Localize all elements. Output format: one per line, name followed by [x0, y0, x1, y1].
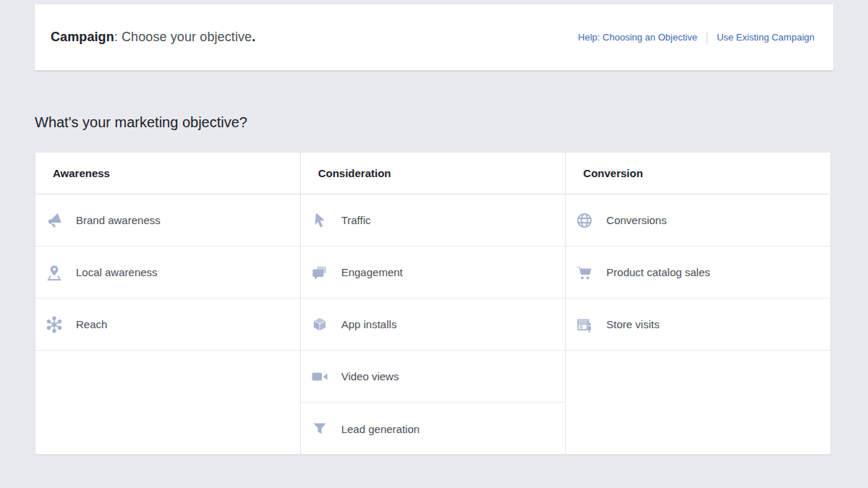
video-camera-icon [310, 367, 330, 387]
objective-reach[interactable]: Reach [35, 299, 300, 351]
column-header-conversion: Conversion [566, 153, 830, 194]
page-title: Campaign: Choose your objective. [51, 30, 255, 45]
objective-local-awareness[interactable]: Local awareness [35, 247, 300, 299]
objective-brand-awareness[interactable]: Brand awareness [35, 194, 300, 247]
objective-label: Store visits [606, 318, 659, 330]
column-consideration: Consideration Traffic Engagement [300, 153, 566, 454]
header-links: Help: Choosing an Objective Use Existing… [578, 32, 814, 43]
empty-cell [35, 351, 300, 454]
column-header-consideration: Consideration [301, 153, 566, 194]
map-pin-icon [44, 262, 64, 283]
objective-app-installs[interactable]: App installs [301, 299, 566, 351]
objective-lead-generation[interactable]: Lead generation [301, 403, 566, 455]
empty-cell [566, 351, 830, 454]
objective-label: Engagement [341, 266, 403, 278]
objective-store-visits[interactable]: Store visits [566, 299, 830, 351]
page-title-step: Campaign [51, 30, 114, 44]
spoke-asterisk-icon [44, 314, 64, 335]
page-title-subtitle: : Choose your objective [114, 30, 252, 44]
objective-video-views[interactable]: Video views [301, 351, 566, 403]
objective-label: Video views [341, 370, 399, 382]
globe-icon [574, 210, 595, 231]
page-title-period: . [252, 30, 255, 44]
campaign-header-bar: Campaign: Choose your objective. Help: C… [35, 4, 833, 71]
column-header-awareness: Awareness [35, 153, 300, 194]
objective-label: Conversions [606, 214, 666, 226]
objective-label: Brand awareness [76, 214, 161, 226]
storefront-icon [574, 314, 595, 335]
objective-label: Lead generation [341, 423, 420, 435]
objective-product-catalog-sales[interactable]: Product catalog sales [566, 247, 830, 299]
objective-table: Awareness Brand awareness [35, 152, 831, 455]
objective-label: Traffic [341, 214, 371, 226]
objective-label: Local awareness [76, 266, 158, 278]
column-conversion: Conversion Conversions [565, 153, 830, 454]
link-divider [707, 32, 707, 43]
objective-label: Reach [76, 318, 107, 330]
funnel-icon [310, 419, 330, 439]
column-awareness: Awareness Brand awareness [35, 153, 300, 454]
help-choosing-objective-link[interactable]: Help: Choosing an Objective [578, 32, 697, 43]
shopping-cart-icon [574, 262, 595, 283]
use-existing-campaign-link[interactable]: Use Existing Campaign [717, 32, 814, 43]
megaphone-icon [44, 210, 64, 231]
objective-engagement[interactable]: Engagement [301, 247, 566, 299]
marketing-objective-question: What's your marketing objective? [35, 114, 247, 131]
objective-traffic[interactable]: Traffic [301, 194, 566, 247]
objective-conversions[interactable]: Conversions [566, 194, 830, 247]
objective-label: Product catalog sales [606, 266, 710, 278]
cube-icon [310, 314, 330, 335]
objective-label: App installs [341, 318, 397, 330]
speech-bubbles-icon [310, 262, 330, 283]
cursor-icon [310, 210, 330, 231]
